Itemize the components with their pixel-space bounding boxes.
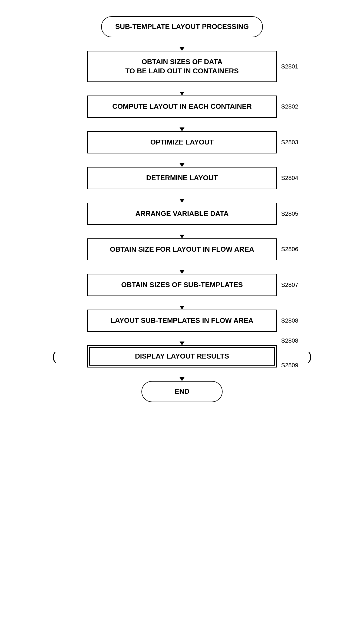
- step-s2809-text: DISPLAY LAYOUT RESULTS: [135, 352, 229, 360]
- step-s2803-box: OPTIMIZE LAYOUT: [87, 131, 277, 153]
- end-terminal: END: [141, 381, 223, 402]
- step-s2802-label: S2802: [281, 103, 298, 110]
- arrow-2: [182, 118, 183, 131]
- arrow-6: [182, 260, 183, 274]
- connector-right-icon: ): [308, 351, 312, 362]
- arrow-0: [182, 37, 183, 51]
- arrow-7: [182, 296, 183, 310]
- arrow-1: [182, 82, 183, 96]
- end-node-wrapper: END: [60, 381, 304, 402]
- step-s2802-box: COMPUTE LAYOUT IN EACH CONTAINER: [87, 96, 277, 118]
- step-s2805-box: ARRANGE VARIABLE DATA: [87, 203, 277, 225]
- step-s2801-wrapper: OBTAIN SIZES OF DATATO BE LAID OUT IN CO…: [60, 51, 304, 82]
- step-s2807-box: OBTAIN SIZES OF SUB-TEMPLATES: [87, 274, 277, 296]
- step-s2801-box: OBTAIN SIZES OF DATATO BE LAID OUT IN CO…: [87, 51, 277, 82]
- arrow-5: [182, 225, 183, 238]
- start-label: SUB-TEMPLATE LAYOUT PROCESSING: [115, 22, 249, 31]
- step-s2809-wrapper: ( DISPLAY LAYOUT RESULTS ) S2808 S2809: [60, 345, 304, 367]
- arrow-3: [182, 153, 183, 167]
- step-s2801-label: S2801: [281, 63, 298, 70]
- step-s2802-wrapper: COMPUTE LAYOUT IN EACH CONTAINER S2802: [60, 96, 304, 118]
- step-s2802-text: COMPUTE LAYOUT IN EACH CONTAINER: [112, 102, 252, 110]
- arrow-8: [182, 332, 183, 345]
- step-s2804-label: S2804: [281, 175, 298, 182]
- step-s2808-text: LAYOUT SUB-TEMPLATES IN FLOW AREA: [111, 316, 253, 324]
- step-s2803-text: OPTIMIZE LAYOUT: [150, 138, 214, 146]
- step-s2807-label: S2807: [281, 281, 298, 288]
- arrow-4: [182, 189, 183, 203]
- step-s2808-box: LAYOUT SUB-TEMPLATES IN FLOW AREA: [87, 310, 277, 332]
- step-s2807-text: OBTAIN SIZES OF SUB-TEMPLATES: [121, 281, 243, 289]
- start-node-wrapper: SUB-TEMPLATE LAYOUT PROCESSING: [60, 16, 304, 37]
- start-terminal: SUB-TEMPLATE LAYOUT PROCESSING: [101, 16, 263, 37]
- flowchart: SUB-TEMPLATE LAYOUT PROCESSING OBTAIN SI…: [60, 16, 304, 402]
- step-s2809-label-right: S2809: [281, 362, 298, 369]
- step-s2808-label-right: S2808: [281, 337, 298, 344]
- step-s2804-box: DETERMINE LAYOUT: [87, 167, 277, 189]
- step-s2805-label: S2805: [281, 210, 298, 217]
- step-s2807-wrapper: OBTAIN SIZES OF SUB-TEMPLATES S2807: [60, 274, 304, 296]
- step-s2801-text: OBTAIN SIZES OF DATATO BE LAID OUT IN CO…: [125, 58, 239, 75]
- step-s2803-label: S2803: [281, 139, 298, 146]
- step-s2805-text: ARRANGE VARIABLE DATA: [135, 209, 229, 218]
- step-s2806-wrapper: OBTAIN SIZE FOR LAYOUT IN FLOW AREA S280…: [60, 238, 304, 261]
- step-s2804-wrapper: DETERMINE LAYOUT S2804: [60, 167, 304, 189]
- end-label: END: [175, 387, 190, 395]
- step-s2809-box: DISPLAY LAYOUT RESULTS: [87, 345, 277, 367]
- step-s2808-wrapper: LAYOUT SUB-TEMPLATES IN FLOW AREA S2808: [60, 310, 304, 332]
- step-s2803-wrapper: OPTIMIZE LAYOUT S2803: [60, 131, 304, 153]
- step-s2806-label: S2806: [281, 246, 298, 253]
- step-s2804-text: DETERMINE LAYOUT: [146, 174, 218, 182]
- step-s2805-wrapper: ARRANGE VARIABLE DATA S2805: [60, 203, 304, 225]
- arrow-9: [182, 367, 183, 381]
- step-s2806-box: OBTAIN SIZE FOR LAYOUT IN FLOW AREA: [87, 238, 277, 261]
- connector-left-icon: (: [52, 351, 56, 362]
- step-s2806-text: OBTAIN SIZE FOR LAYOUT IN FLOW AREA: [110, 245, 254, 253]
- step-s2808-label: S2808: [281, 317, 298, 324]
